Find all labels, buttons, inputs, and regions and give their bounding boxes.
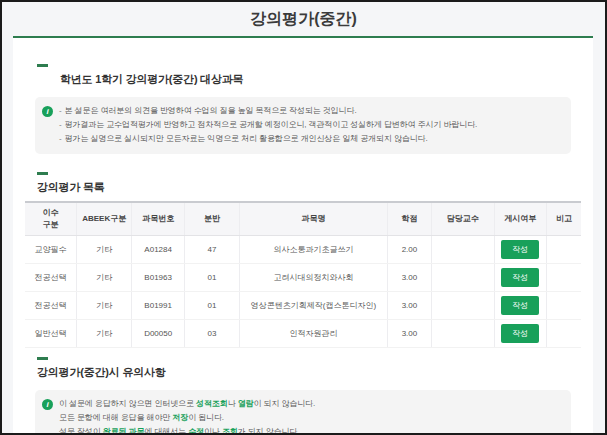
table-row: 전공선택기타B0196301고려시대의정치와사회3.00작성 — [25, 264, 581, 292]
caution-text: 설문 작성이 — [59, 427, 103, 435]
column-header: 과목번호 — [132, 202, 185, 236]
write-button[interactable]: 작성 — [501, 324, 539, 343]
table-cell-note — [546, 236, 581, 264]
title-bar: 강의평가(중간) — [2, 2, 605, 36]
column-header: 비고 — [546, 202, 581, 236]
column-header: 담당교수 — [431, 202, 494, 236]
caution-line: 모든 문항에 대해 응답을 해야만 저장이 됩니다. — [59, 412, 561, 425]
section-cautions-heading: 강의평가(중간)시 유의사항 — [37, 365, 581, 380]
table-cell — [431, 320, 494, 348]
highlighted-keyword: 완료된 과목 — [103, 427, 145, 435]
table-row: 전공선택기타B0199101영상콘텐츠기획제작(캡스톤디자인)3.00작성 — [25, 292, 581, 320]
write-button[interactable]: 작성 — [501, 296, 539, 315]
table-cell: 2.00 — [387, 236, 431, 264]
table-row: 일반선택기타D0005003인적자원관리3.00작성 — [25, 320, 581, 348]
target-notice-box: i -본 설문은 여러분의 의견을 반영하여 수업의 질을 높일 목적으로 작성… — [35, 97, 571, 154]
table-cell: 기타 — [77, 292, 132, 320]
highlighted-keyword: 조회 — [222, 427, 238, 435]
table-cell: 기타 — [77, 320, 132, 348]
notice-line: -본 설문은 여러분의 의견을 반영하여 수업의 질을 높일 목적으로 작성되는… — [59, 105, 561, 118]
bullet-dash: - — [59, 106, 62, 115]
caution-line: 이 설문에 응답하지 않으면 인터넷으로 성적조회나 열람이 되지 않습니다. — [59, 398, 561, 411]
caution-text: 가 되지 않습니다. — [238, 427, 300, 435]
table-cell: 전공선택 — [25, 292, 77, 320]
table-cell — [431, 264, 494, 292]
table-cell: 47 — [185, 236, 240, 264]
table-row: 교양필수기타A0128447의사소통과기초글쓰기2.00작성 — [25, 236, 581, 264]
highlighted-keyword: 저장 — [172, 413, 188, 422]
table-cell: 기타 — [77, 264, 132, 292]
column-header: ABEEK구분 — [77, 202, 132, 236]
notice-line: -평가결과는 교수업적평가에 반영하고 점차적으로 공개할 예정이오니, 객관적… — [59, 119, 561, 132]
highlighted-keyword: 성적조회 — [196, 399, 228, 408]
section-cautions: 강의평가(중간)시 유의사항 — [37, 357, 581, 380]
table-cell: 03 — [185, 320, 240, 348]
section-course-list: 강의평가 목록 — [37, 172, 581, 195]
table-cell — [431, 236, 494, 264]
course-table-wrap: 이수 구분ABEEK구분과목번호분반과목명학점담당교수게시여부비고 교양필수기타… — [25, 201, 581, 348]
table-cell-action: 작성 — [494, 236, 546, 264]
table-cell: 일반선택 — [25, 320, 77, 348]
course-table-header-row: 이수 구분ABEEK구분과목번호분반과목명학점담당교수게시여부비고 — [25, 202, 581, 236]
column-header: 과목명 — [240, 202, 388, 236]
content-card: 학년도 1학기 강의평가(중간) 대상과목 i -본 설문은 여러분의 의견을 … — [13, 36, 593, 433]
caution-text: 이나 — [204, 427, 222, 435]
section-target-courses: 학년도 1학기 강의평가(중간) 대상과목 — [37, 64, 581, 87]
table-cell: 01 — [185, 292, 240, 320]
caution-text: 모든 문항에 대해 응답을 해야만 — [59, 413, 172, 422]
table-cell: 01 — [185, 264, 240, 292]
table-cell-action: 작성 — [494, 292, 546, 320]
caution-text: 이 되지 않습니다. — [253, 399, 315, 408]
table-cell-note — [546, 320, 581, 348]
info-icon: i — [42, 106, 53, 117]
column-header: 게시여부 — [494, 202, 546, 236]
section-dash-icon — [37, 172, 48, 175]
course-table-body: 교양필수기타A0128447의사소통과기초글쓰기2.00작성전공선택기타B019… — [25, 236, 581, 348]
table-cell: D00050 — [132, 320, 185, 348]
table-cell: A01284 — [132, 236, 185, 264]
column-header: 학점 — [387, 202, 431, 236]
table-cell-action: 작성 — [494, 320, 546, 348]
table-cell: 3.00 — [387, 292, 431, 320]
caution-text: 이 됩니다. — [188, 413, 224, 422]
table-cell-note — [546, 264, 581, 292]
write-button[interactable]: 작성 — [501, 268, 539, 287]
notice-line: -평가는 실명으로 실시되지만 모든자료는 익명으로 처리 활용함으로 개인신상… — [59, 133, 561, 146]
table-cell — [431, 292, 494, 320]
section-dash-icon — [37, 357, 48, 360]
table-cell: 영상콘텐츠기획제작(캡스톤디자인) — [240, 292, 388, 320]
table-cell-action: 작성 — [494, 264, 546, 292]
course-table: 이수 구분ABEEK구분과목번호분반과목명학점담당교수게시여부비고 교양필수기타… — [25, 201, 581, 348]
info-icon: i — [42, 399, 53, 410]
table-cell-note — [546, 292, 581, 320]
table-cell: B01991 — [132, 292, 185, 320]
bullet-dash: - — [59, 134, 62, 143]
column-header: 분반 — [185, 202, 240, 236]
table-cell: 전공선택 — [25, 264, 77, 292]
table-cell: 기타 — [77, 236, 132, 264]
table-cell: 교양필수 — [25, 236, 77, 264]
section-dash-icon — [37, 64, 48, 67]
caution-line: 설문 작성이 완료된 과목에 대해서는 수정이나 조회가 되지 않습니다. — [59, 426, 561, 435]
highlighted-keyword: 열람 — [238, 399, 254, 408]
table-cell: 의사소통과기초글쓰기 — [240, 236, 388, 264]
section-list-heading: 강의평가 목록 — [37, 180, 581, 195]
column-header: 이수 구분 — [25, 202, 77, 236]
page-title: 강의평가(중간) — [250, 9, 357, 30]
caution-text: 이 설문에 응답하지 않으면 인터넷으로 — [59, 399, 196, 408]
highlighted-keyword: 수정 — [188, 427, 204, 435]
table-cell: 인적자원관리 — [240, 320, 388, 348]
table-cell: B01963 — [132, 264, 185, 292]
section-target-heading: 학년도 1학기 강의평가(중간) 대상과목 — [37, 72, 581, 87]
evaluation-page: 강의평가(중간) 학년도 1학기 강의평가(중간) 대상과목 i -본 설문은 … — [0, 0, 607, 435]
write-button[interactable]: 작성 — [501, 240, 539, 259]
table-cell: 고려시대의정치와사회 — [240, 264, 388, 292]
bullet-dash: - — [59, 120, 62, 129]
caution-text: 에 대해서는 — [144, 427, 188, 435]
caution-text: 나 — [228, 399, 238, 408]
cautions-notice-box: i 이 설문에 응답하지 않으면 인터넷으로 성적조회나 열람이 되지 않습니다… — [35, 390, 571, 435]
table-cell: 3.00 — [387, 264, 431, 292]
table-cell: 3.00 — [387, 320, 431, 348]
